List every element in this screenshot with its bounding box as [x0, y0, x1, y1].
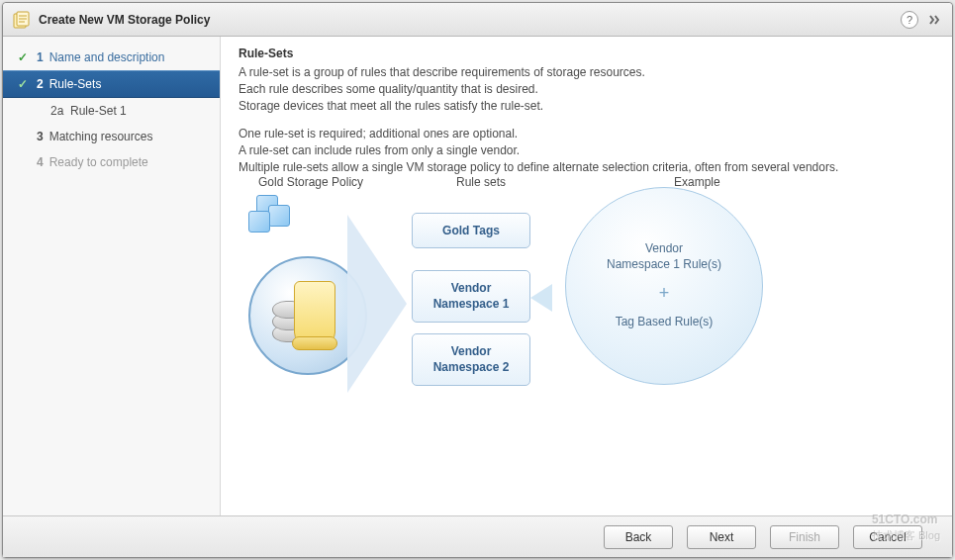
step-ready-complete: ✓ 4 Ready to complete [3, 149, 220, 175]
step-label: Matching resources [49, 130, 153, 143]
example-circle: Vendor Namespace 1 Rule(s) + Tag Based R… [565, 187, 763, 385]
step-label: Name and description [49, 50, 165, 64]
back-button[interactable]: Back [604, 525, 673, 549]
wizard-sidebar: ✓ 1 Name and description ✓ 2 Rule-Sets 2… [3, 37, 221, 515]
step-name-description[interactable]: ✓ 1 Name and description [3, 45, 220, 70]
content-text: Each rule describes some quality/quantit… [239, 81, 934, 98]
vendor-namespace-1-box: Vendor Namespace 1 [412, 270, 530, 323]
diagram-example-label: Example [674, 175, 720, 189]
content-text: Storage devices that meet all the rules … [239, 98, 934, 115]
finish-button[interactable]: Finish [770, 525, 839, 549]
diagram-gold-label: Gold Storage Policy [258, 175, 363, 189]
step-label: Rule-Set 1 [70, 104, 127, 118]
dialog-title: Create New VM Storage Policy [39, 13, 901, 27]
pointer-icon [530, 284, 552, 312]
vendor-namespace-2-box: Vendor Namespace 2 [412, 333, 530, 386]
wizard-dialog: Create New VM Storage Policy ? ✓ 1 Name … [2, 2, 953, 558]
step-label: Ready to complete [49, 155, 148, 169]
cancel-button[interactable]: Cancel [853, 525, 922, 549]
content-text: A rule-set can include rules from only a… [239, 142, 934, 159]
substep-rule-set-1[interactable]: 2a Rule-Set 1 [3, 98, 220, 124]
titlebar: Create New VM Storage Policy ? [3, 3, 952, 37]
rule-set-diagram: Gold Storage Policy Rule sets Example [239, 175, 934, 515]
wizard-footer: Back Next Finish Cancel [3, 515, 952, 557]
plus-icon: + [659, 282, 670, 305]
diagram-rule-label: Rule sets [456, 175, 506, 189]
content-text: One rule-set is required; additional one… [239, 126, 934, 142]
content-heading: Rule-Sets [239, 47, 934, 60]
fan-shape [347, 215, 407, 393]
check-icon: ✓ [15, 50, 31, 64]
next-button[interactable]: Next [687, 525, 756, 549]
policy-icon [13, 11, 31, 29]
wizard-content: Rule-Sets A rule-set is a group of rules… [221, 37, 952, 515]
check-icon: ✓ [15, 77, 31, 91]
expand-icon[interactable] [928, 13, 942, 27]
content-text: Multiple rule-sets allow a single VM sto… [239, 159, 934, 176]
gold-policy-icon [248, 195, 298, 244]
gold-tags-box: Gold Tags [412, 213, 530, 248]
content-text: A rule-set is a group of rules that desc… [239, 64, 934, 81]
step-rule-sets[interactable]: ✓ 2 Rule-Sets [3, 70, 220, 98]
step-matching-resources[interactable]: ✓ 3 Matching resources [3, 124, 220, 149]
step-label: Rule-Sets [49, 77, 102, 91]
help-button[interactable]: ? [901, 11, 918, 29]
